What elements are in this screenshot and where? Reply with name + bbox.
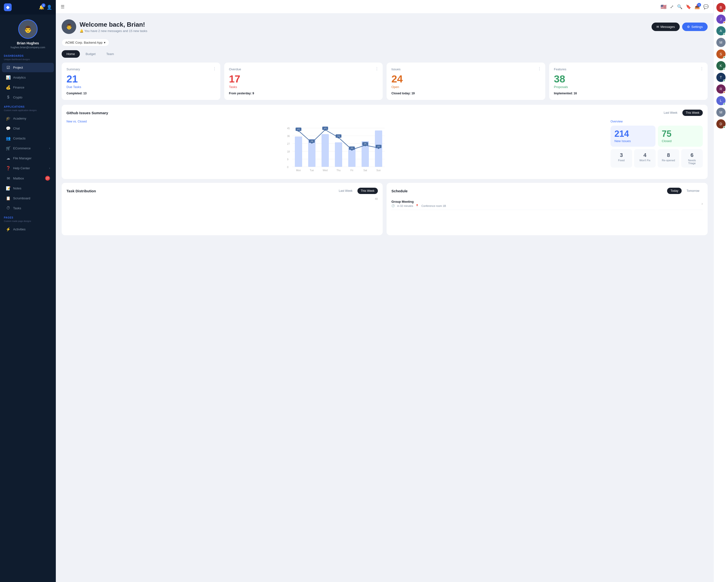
- svg-text:Thu: Thu: [336, 169, 340, 172]
- mini-card-reopened: 8 Re-opened: [658, 149, 679, 168]
- stat-number-issues: 24: [391, 74, 540, 84]
- sidebar-item-ecommerce[interactable]: 🛒 ECommerce ›: [2, 144, 54, 153]
- sidebar-item-analytics[interactable]: 📊 Analytics: [2, 73, 54, 82]
- rp-dot-7: [723, 80, 725, 82]
- project-selector-label: ACME Corp. Backend App: [65, 41, 102, 45]
- sidebar-item-finance[interactable]: 💰 Finance: [2, 83, 54, 92]
- sidebar-item-chat[interactable]: 💬 Chat: [2, 124, 54, 133]
- svg-text:0: 0: [287, 166, 288, 169]
- ecommerce-icon: 🛒: [6, 146, 11, 150]
- user-icon-button[interactable]: 👤: [47, 5, 52, 10]
- task-dist-title: Task Distribution: [67, 189, 96, 193]
- chart-section: New vs. Closed 45 36 27 18 9 0: [67, 120, 606, 174]
- sidebar-item-mailbox[interactable]: ✉ Mailbox 27: [2, 173, 54, 183]
- sidebar-item-academy[interactable]: 🎓 Academy: [2, 114, 54, 123]
- sidebar-item-label-notes: Notes: [13, 187, 21, 190]
- messages-button[interactable]: ✉ Messages: [652, 23, 680, 31]
- fullscreen-button[interactable]: ⤢: [670, 4, 674, 9]
- sidebar-header: ◆ 🔔 3 👤: [0, 0, 56, 15]
- tomorrow-button[interactable]: Tomorrow: [683, 188, 703, 194]
- svg-point-36: [338, 137, 339, 138]
- task-dist-chart: [67, 201, 378, 230]
- stats-grid: Summary ⋮ 21 Due Tasks Completed: 13 Ove…: [62, 62, 708, 100]
- stat-menu-overdue[interactable]: ⋮: [375, 66, 379, 71]
- last-week-button[interactable]: Last Week: [660, 110, 681, 116]
- schedule-toggle: Today Tomorrow: [667, 188, 703, 194]
- stat-menu-issues[interactable]: ⋮: [538, 66, 541, 71]
- inbox-badge: 5: [697, 3, 701, 7]
- closed-issues-card: 75 Closed: [658, 126, 703, 147]
- project-selector[interactable]: ACME Corp. Backend App ▾: [62, 39, 109, 46]
- scrumboard-icon: 📋: [6, 196, 11, 200]
- sidebar-item-helpcenter[interactable]: ❓ Help Center ›: [2, 163, 54, 173]
- tab-budget[interactable]: Budget: [81, 50, 101, 58]
- closed-label: Closed: [662, 139, 699, 143]
- svg-point-39: [378, 147, 380, 149]
- sidebar-item-activities[interactable]: ⚡ Activities: [2, 225, 54, 234]
- rp-dot-1: [723, 10, 725, 12]
- sidebar-item-label-helpcenter: Help Center: [13, 166, 30, 170]
- stat-card-issues: Issues ⋮ 24 Open Closed today: 19: [387, 62, 545, 100]
- rp-avatar-2[interactable]: J: [717, 15, 726, 24]
- sidebar-item-scrumboard[interactable]: 📋 Scrumboard: [2, 194, 54, 203]
- flag-icon[interactable]: 🇺🇸: [660, 4, 667, 10]
- rp-avatar-9[interactable]: L: [717, 96, 726, 105]
- task-distribution-card: Task Distribution Last Week This Week 40: [62, 183, 383, 235]
- chat-button[interactable]: 💬: [703, 4, 709, 9]
- schedule-item-details: Group Meeting 🕐 in 32 minutes 📍 Conferen…: [391, 200, 446, 207]
- rp-avatar-6[interactable]: K: [717, 61, 726, 70]
- today-button[interactable]: Today: [667, 188, 682, 194]
- bookmark-button[interactable]: 🔖: [686, 4, 691, 9]
- rp-dot-9: [723, 103, 725, 105]
- rp-avatar-1[interactable]: B: [717, 3, 726, 12]
- sidebar-item-filemanager[interactable]: ☁ File Manager: [2, 154, 54, 163]
- welcome-text: Welcome back, Brian! 🔔 You have 2 new me…: [80, 21, 147, 33]
- sidebar-item-notes[interactable]: 📝 Notes: [2, 184, 54, 193]
- inbox-button[interactable]: 📥 5: [695, 4, 700, 9]
- sidebar-item-crypto[interactable]: $ Crypto: [2, 93, 54, 102]
- svg-rect-15: [335, 142, 342, 167]
- task-this-week-button[interactable]: This Week: [358, 188, 378, 194]
- rp-avatar-8[interactable]: R: [717, 84, 726, 93]
- sidebar-item-contacts[interactable]: 👥 Contacts: [2, 134, 54, 143]
- profile-section: 👨 Brian Hughes hughes.brian@company.com: [0, 15, 56, 51]
- closed-number: 75: [662, 130, 699, 138]
- stat-label-issues: Open: [391, 85, 540, 89]
- rp-dot-3: [723, 33, 725, 35]
- location-icon: 📍: [415, 204, 419, 207]
- week-toggle: Last Week This Week: [660, 110, 703, 116]
- task-dist-y-max: 40: [67, 197, 378, 200]
- rp-avatar-3[interactable]: A: [717, 26, 726, 35]
- svg-rect-14: [321, 134, 329, 167]
- rp-avatar-5[interactable]: S: [717, 50, 726, 59]
- svg-text:Fri: Fri: [350, 169, 353, 172]
- this-week-button[interactable]: This Week: [682, 110, 703, 116]
- stat-menu-features[interactable]: ⋮: [700, 66, 704, 71]
- sidebar-item-label-academy: Academy: [13, 117, 26, 120]
- sidebar-item-project[interactable]: ☑ Project: [2, 63, 54, 72]
- stat-menu-summary[interactable]: ⋮: [213, 66, 216, 71]
- sidebar-item-tasks[interactable]: ⏱ Tasks: [2, 203, 54, 213]
- rp-avatar-7[interactable]: T: [717, 73, 726, 82]
- mailbox-icon: ✉: [6, 176, 11, 181]
- settings-button[interactable]: ⚙ Settings: [682, 23, 708, 31]
- reopened-number: 8: [660, 152, 676, 158]
- wont-fix-label: Won't Fix: [637, 159, 653, 162]
- rp-dot-6: [723, 68, 725, 70]
- overview-section: Overview 214 New Issues 75 Closed: [610, 120, 703, 174]
- schedule-item-arrow-icon[interactable]: ›: [702, 201, 703, 206]
- tab-home[interactable]: Home: [62, 50, 80, 58]
- notification-button[interactable]: 🔔 3: [39, 5, 44, 10]
- mailbox-badge: 27: [45, 176, 50, 181]
- helpcenter-arrow-icon: ›: [49, 167, 50, 169]
- search-button[interactable]: 🔍: [677, 4, 682, 9]
- rp-avatar-10[interactable]: M: [717, 108, 726, 117]
- app-logo[interactable]: ◆: [4, 3, 11, 11]
- right-panel: B J A M S K T R L M: [713, 0, 728, 582]
- rp-avatar-4[interactable]: M: [717, 38, 726, 47]
- rp-dot-11: [723, 126, 725, 128]
- rp-avatar-11[interactable]: D: [717, 119, 726, 129]
- menu-toggle-button[interactable]: ☰: [61, 4, 64, 9]
- tab-team[interactable]: Team: [101, 50, 119, 58]
- task-last-week-button[interactable]: Last Week: [335, 188, 356, 194]
